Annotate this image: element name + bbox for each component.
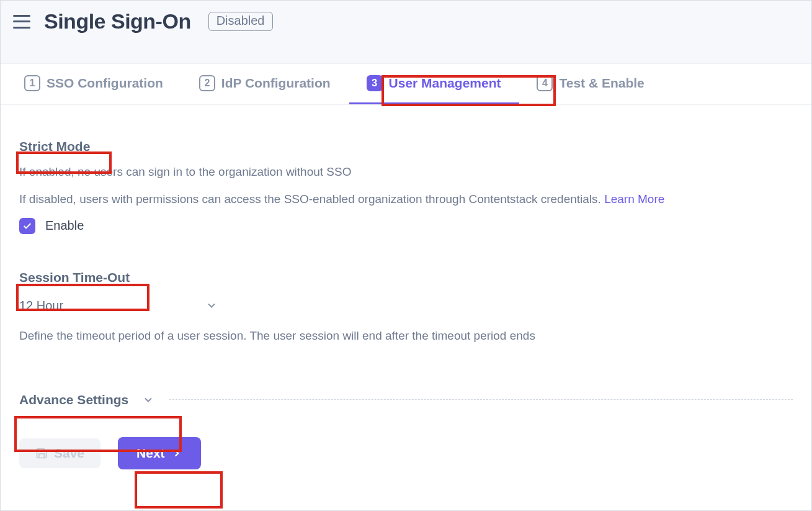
tab-label: IdP Configuration [221, 76, 331, 91]
tab-label: User Management [389, 76, 501, 91]
tab-label: SSO Configuration [47, 76, 163, 91]
menu-icon[interactable] [13, 15, 30, 29]
tab-number: 3 [367, 75, 383, 91]
tab-number: 1 [24, 75, 40, 91]
tab-number: 4 [537, 75, 553, 91]
tab-test-enable[interactable]: 4 Test & Enable [519, 64, 663, 104]
tab-number: 2 [199, 75, 215, 91]
tab-label: Test & Enable [559, 76, 644, 91]
session-timeout-value: 12 Hour [19, 299, 63, 313]
enable-label: Enable [45, 219, 84, 233]
strict-mode-heading: Strict Mode [19, 139, 90, 154]
advance-settings-label: Advance Settings [19, 392, 128, 407]
session-timeout-heading: Session Time-Out [19, 270, 130, 285]
save-button[interactable]: Save [19, 438, 100, 468]
chevron-right-icon [171, 448, 182, 459]
strict-mode-desc-disabled: If disabled, users with permissions can … [19, 190, 793, 209]
check-icon [22, 221, 32, 231]
advance-settings-toggle[interactable]: Advance Settings [19, 392, 166, 407]
save-icon [35, 447, 48, 459]
tabs: 1 SSO Configuration 2 IdP Configuration … [1, 64, 811, 105]
divider [169, 399, 793, 400]
chevron-down-icon [205, 299, 218, 312]
status-badge: Disabled [208, 12, 273, 31]
session-timeout-help: Define the timeout period of a user sess… [19, 329, 793, 343]
chevron-down-icon [142, 394, 154, 406]
enable-checkbox[interactable] [19, 218, 35, 234]
tab-sso-configuration[interactable]: 1 SSO Configuration [7, 64, 182, 104]
session-timeout-select[interactable]: 12 Hour [19, 290, 224, 322]
learn-more-link[interactable]: Learn More [604, 192, 664, 206]
tab-user-management[interactable]: 3 User Management [349, 64, 520, 104]
next-button[interactable]: Next [118, 437, 201, 469]
strict-mode-desc-enabled: If enabled, no users can sign in to the … [19, 163, 793, 181]
tab-idp-configuration[interactable]: 2 IdP Configuration [182, 64, 349, 104]
page-title: Single Sign-On [44, 9, 191, 34]
